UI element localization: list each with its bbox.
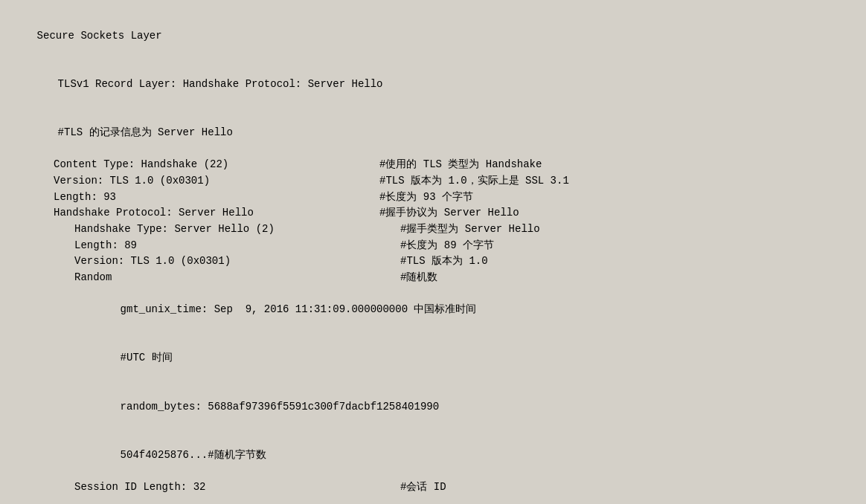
text-tls-comment: #TLS 的记录信息为 Server Hello <box>58 126 233 138</box>
text-handshake-type-left: Handshake Type: Server Hello (2) <box>74 222 394 238</box>
text-tlsv1-record: TLSv1 Record Layer: Handshake Protocol: … <box>58 78 383 90</box>
line-random-bytes-1: random_bytes: 5688af97396f5591c300f7dacb… <box>12 383 854 431</box>
main-content: Secure Sockets Layer TLSv1 Record Layer:… <box>12 9 854 504</box>
text-session-id-length-right: #会话 ID <box>394 479 446 496</box>
line-random-bytes-2: 504f4025876...#随机字节数 <box>12 431 854 479</box>
line-utc-comment: #UTC 时间 <box>12 335 854 383</box>
line-session-id: Session ID: fd409d83280e54ae2234d0170c8d… <box>12 496 854 504</box>
text-handshake-protocol-right: #握手协议为 Server Hello <box>373 205 519 222</box>
text-handshake-type-right: #握手类型为 Server Hello <box>394 222 540 238</box>
line-version: Version: TLS 1.0 (0x0301) #TLS 版本为 1.0，实… <box>12 173 854 190</box>
text-random-right: #随机数 <box>394 270 437 286</box>
text-inner-length-right: #长度为 89 个字节 <box>394 238 494 254</box>
text-inner-length-left: Length: 89 <box>74 238 394 254</box>
line-gmt-unix-time: gmt_unix_time: Sep 9, 2016 11:31:09.0000… <box>12 286 854 335</box>
line-tlsv1-record: TLSv1 Record Layer: Handshake Protocol: … <box>12 60 854 109</box>
text-secure-sockets: Secure Sockets Layer <box>37 30 162 42</box>
text-content-type-left: Content Type: Handshake (22) <box>54 157 373 173</box>
text-random-bytes-1: random_bytes: 5688af97396f5591c300f7dacb… <box>121 401 439 413</box>
text-utc-comment: #UTC 时间 <box>121 352 173 364</box>
text-session-id-length-left: Session ID Length: 32 <box>74 479 394 496</box>
line-handshake-protocol: Handshake Protocol: Server Hello #握手协议为 … <box>12 205 854 222</box>
text-handshake-protocol-left: Handshake Protocol: Server Hello <box>54 205 373 222</box>
text-length-right: #长度为 93 个字节 <box>373 190 473 206</box>
text-version-left: Version: TLS 1.0 (0x0301) <box>54 173 373 190</box>
text-inner-version-right: #TLS 版本为 1.0 <box>394 253 488 270</box>
text-random-left: Random <box>74 270 394 286</box>
text-inner-version-left: Version: TLS 1.0 (0x0301) <box>74 253 394 270</box>
text-random-bytes-2: 504f4025876...#随机字节数 <box>121 449 266 461</box>
text-version-right: #TLS 版本为 1.0，实际上是 SSL 3.1 <box>373 173 569 190</box>
line-length: Length: 93 #长度为 93 个字节 <box>12 190 854 206</box>
line-inner-length: Length: 89 #长度为 89 个字节 <box>12 238 854 254</box>
line-secure-sockets: Secure Sockets Layer <box>12 12 854 60</box>
line-tls-comment: #TLS 的记录信息为 Server Hello <box>12 109 854 157</box>
text-length-left: Length: 93 <box>54 190 373 206</box>
text-gmt-unix-time: gmt_unix_time: Sep 9, 2016 11:31:09.0000… <box>121 303 477 315</box>
text-content-type-right: #使用的 TLS 类型为 Handshake <box>373 157 542 173</box>
line-content-type: Content Type: Handshake (22) #使用的 TLS 类型… <box>12 157 854 173</box>
line-handshake-type: Handshake Type: Server Hello (2) #握手类型为 … <box>12 222 854 238</box>
line-inner-version: Version: TLS 1.0 (0x0301) #TLS 版本为 1.0 <box>12 253 854 270</box>
line-session-id-length: Session ID Length: 32 #会话 ID <box>12 479 854 496</box>
line-random: Random #随机数 <box>12 270 854 286</box>
